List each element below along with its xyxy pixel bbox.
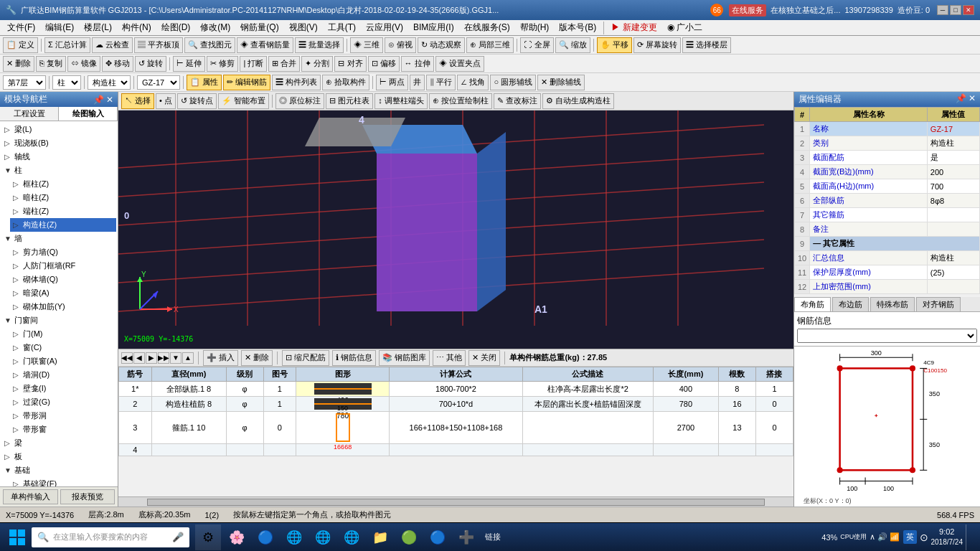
- tree-item-column[interactable]: ▼柱: [1, 164, 116, 177]
- 3d-viewport[interactable]: 4 A1 X Y: [118, 110, 793, 349]
- btn-mirror[interactable]: ⇔ 镜像: [67, 56, 100, 72]
- btn-extend[interactable]: ⊢ 延伸: [173, 56, 205, 72]
- prop-val-3[interactable]: 是: [927, 151, 979, 165]
- clock[interactable]: 9:02 2018/7/24: [931, 527, 963, 547]
- prop-name-1[interactable]: 名称: [810, 122, 928, 136]
- start-button[interactable]: [3, 524, 32, 550]
- prop-name-7[interactable]: 其它箍筋: [810, 208, 928, 222]
- btn-offset[interactable]: ⊡ 偏移: [368, 56, 400, 72]
- menu-floor[interactable]: 楼层(L): [80, 20, 116, 35]
- btn-break[interactable]: | 打断: [240, 56, 267, 72]
- prop-name-3[interactable]: 截面配筋: [810, 151, 928, 165]
- btn-define[interactable]: 📋 定义: [3, 37, 38, 53]
- btn-report[interactable]: 报表预览: [60, 489, 116, 504]
- panel-controls[interactable]: 📌 ✕: [93, 95, 113, 105]
- show-desktop-button[interactable]: [966, 524, 971, 550]
- tab-project-settings[interactable]: 工程设置: [0, 107, 59, 121]
- btn-align[interactable]: ⊟ 对齐: [334, 56, 366, 72]
- prop-val-12[interactable]: [927, 280, 979, 294]
- prop-name-12[interactable]: 上加密范围(mm): [810, 280, 928, 294]
- tree-item-foundation-beam[interactable]: ▷基础梁(F): [10, 477, 116, 486]
- prop-row-5[interactable]: 5 截面高(H边)(mm) 700: [795, 179, 980, 194]
- taskbar-app-4[interactable]: 🌐: [310, 524, 336, 550]
- btn-component-list[interactable]: ☰ 构件列表: [272, 75, 321, 90]
- btn-trim[interactable]: ✂ 修剪: [207, 56, 238, 72]
- btn-edit-rebar[interactable]: ✏ 编辑钢筋: [223, 75, 270, 90]
- rtab-align[interactable]: 对齐钢筋: [916, 297, 961, 311]
- rebar-table-area[interactable]: 筋号 直径(mm) 级别 图号 图形 计算公式 公式描述 长度(mm) 根数 搭…: [118, 367, 793, 496]
- menu-modify[interactable]: 修改(M): [196, 20, 235, 35]
- btn-zoom[interactable]: 🔍 缩放: [555, 37, 590, 53]
- tree-item-frame-col[interactable]: ▷框柱(Z): [10, 177, 116, 191]
- btn-other[interactable]: ⋯ 其他: [433, 350, 466, 366]
- menu-rebar[interactable]: 钢筋量(Q): [236, 20, 283, 35]
- btn-del-aux[interactable]: ✕ 删除辅线: [537, 75, 585, 90]
- btn-draw-by-pos[interactable]: ⊕ 按位置绘制柱: [429, 93, 492, 109]
- cell-fignum-1[interactable]: 400: [296, 382, 390, 397]
- menu-version[interactable]: 版本号(B): [555, 20, 600, 35]
- btn-check-label[interactable]: ✎ 查改标注: [494, 93, 541, 109]
- tree-item-niche[interactable]: ▷壁龛(I): [10, 382, 116, 395]
- menu-file[interactable]: 文件(F): [3, 20, 39, 35]
- btn-auto-construct-col[interactable]: ⚙ 自动生成构造柱: [542, 93, 614, 109]
- prop-row-4[interactable]: 4 截面宽(B边)(mm) 200: [795, 165, 980, 179]
- taskbar-app-3[interactable]: 🔵: [253, 524, 278, 550]
- btn-fullscreen[interactable]: ⛶ 全屏: [520, 37, 553, 53]
- btn-elem-table[interactable]: ⊟ 图元柱表: [326, 93, 373, 109]
- prop-val-10[interactable]: 构造柱: [927, 251, 979, 265]
- btn-grid-line[interactable]: 井: [410, 75, 425, 90]
- btn-two-point[interactable]: ⊢ 两点: [376, 75, 408, 90]
- tree-item-masonry-rebar[interactable]: ▷砌体加筋(Y): [10, 300, 116, 314]
- rebar-row-2[interactable]: 2 构造柱植筋 8 φ 1 780 700+1: [119, 397, 793, 412]
- taskbar-app-8[interactable]: ➕: [453, 524, 479, 550]
- taskbar-app-1[interactable]: ⚙: [195, 524, 221, 550]
- prop-val-7[interactable]: [927, 208, 979, 222]
- tree-item-board[interactable]: ▷板: [1, 450, 116, 463]
- tree-item-wall-hole[interactable]: ▷墙洞(D): [10, 368, 116, 382]
- menu-component[interactable]: 构件(N): [118, 20, 156, 35]
- tree-item-hidden-beam[interactable]: ▷暗梁(A): [10, 286, 116, 300]
- tree-item-door[interactable]: ▷门(M): [10, 327, 116, 341]
- menu-cloud[interactable]: 云应用(V): [362, 20, 407, 35]
- btn-close[interactable]: ✕ 关闭: [468, 350, 500, 366]
- tree-item-shear-wall[interactable]: ▷剪力墙(Q): [10, 245, 116, 259]
- prop-panel-controls[interactable]: 📌 ✕: [956, 93, 976, 105]
- ime-indicator[interactable]: 英: [903, 530, 917, 544]
- menu-view[interactable]: 视图(V): [285, 20, 322, 35]
- prop-row-6[interactable]: 6 全部纵筋 8φ8: [795, 194, 980, 208]
- tree-item-end-col[interactable]: ▷端柱(Z): [10, 204, 116, 218]
- btn-orig-label[interactable]: ◎ 原位标注: [275, 93, 324, 109]
- tree-item-civil-def-wall[interactable]: ▷人防门框墙(RF: [10, 259, 116, 273]
- prop-row-2[interactable]: 2 类别 构造柱: [795, 136, 980, 151]
- prop-name-10[interactable]: 汇总信息: [810, 251, 928, 265]
- component-type-select[interactable]: 柱: [52, 75, 81, 90]
- rebar-row-1[interactable]: 1* 全部纵筋.1 8 φ 1 400 180: [119, 382, 793, 397]
- win-controls[interactable]: ─ □ ✕: [937, 5, 974, 15]
- btn-3d[interactable]: ◈ 三维: [350, 37, 383, 53]
- prop-name-5[interactable]: 截面高(H边)(mm): [810, 179, 928, 194]
- menu-new-change[interactable]: ▶ 新建变更: [607, 20, 661, 35]
- tree-item-foundation[interactable]: ▼基础: [1, 463, 116, 477]
- prop-val-5[interactable]: 700: [927, 179, 979, 194]
- btn-align-top[interactable]: ▤ 平齐板顶: [134, 37, 183, 53]
- tree-item-slab[interactable]: ▷现浇板(B): [1, 136, 116, 150]
- btn-calc[interactable]: Σ 汇总计算: [44, 37, 90, 53]
- taskbar-app-folder[interactable]: 📁: [367, 524, 393, 550]
- cell-fignum-3[interactable]: 150 16668: [296, 412, 390, 444]
- btn-rebar-lib[interactable]: 📚 钢筋图库: [379, 350, 430, 366]
- menu-help[interactable]: 帮助(H): [516, 20, 554, 35]
- prop-val-11[interactable]: (25): [927, 265, 979, 280]
- tree-item-masonry-wall[interactable]: ▷砌体墙(Q): [10, 273, 116, 286]
- rebar-info-select[interactable]: [797, 329, 977, 343]
- prop-row-11[interactable]: 11 保护层厚度(mm) (25): [795, 265, 980, 280]
- btn-scale-rebar[interactable]: ⊡ 缩尺配筋: [282, 350, 329, 366]
- btn-copy[interactable]: ⎘ 复制: [36, 56, 66, 72]
- prop-row-3[interactable]: 3 截面配筋 是: [795, 151, 980, 165]
- prop-name-2[interactable]: 类别: [810, 136, 928, 151]
- prop-name-6[interactable]: 全部纵筋: [810, 194, 928, 208]
- btn-local-3d[interactable]: ⊕ 局部三维: [466, 37, 514, 53]
- prop-val-4[interactable]: 200: [927, 165, 979, 179]
- rebar-row-4[interactable]: 4: [119, 444, 793, 456]
- btn-parallel[interactable]: ∥ 平行: [426, 75, 456, 90]
- rtab-corner[interactable]: 布角筋: [794, 297, 831, 311]
